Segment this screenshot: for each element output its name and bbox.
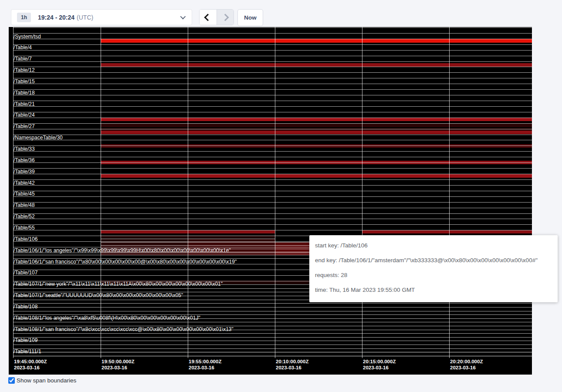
axis-time-label: 20:15:00.000Z: [363, 359, 396, 364]
row-label: /Table/4: [14, 45, 32, 51]
span-boundary-line: [13, 224, 532, 225]
span-boundary-line: [13, 303, 532, 304]
heatmap-band: [101, 118, 532, 121]
row-label: /Table/108: [14, 304, 37, 310]
span-boundary-line: [13, 348, 532, 349]
axis-date-label: 2023-03-16: [102, 365, 127, 370]
chevron-left-icon: [204, 14, 212, 21]
axis-time-label: 20:20:00.000Z: [450, 359, 483, 364]
span-boundary-line: [13, 118, 532, 118]
span-boundary-line: [13, 196, 532, 197]
row-label: /Table/39: [14, 169, 35, 175]
span-boundary-line: [13, 89, 532, 90]
span-boundaries-control: Show span boundaries: [8, 377, 76, 384]
axis-time-label: 19:55:00.000Z: [189, 359, 221, 364]
span-boundary-line: [13, 39, 532, 39]
span-boundary-line: [13, 84, 532, 84]
heatmap-band: [101, 242, 188, 245]
span-boundary-line: [13, 101, 532, 101]
axis-date-label: 2023-03-16: [276, 365, 301, 370]
row-label: /Table/18: [14, 90, 35, 96]
span-boundary-line: [13, 185, 532, 186]
chevron-right-icon: [221, 14, 229, 21]
row-label: /Table/45: [14, 191, 35, 197]
key-visualizer-page: 1h 19:24 - 20:24 (UTC) Now /System/tsd/T…: [0, 0, 562, 392]
row-label: /Table/108/1/"los angeles"/"\xa8\xf5\u00…: [14, 315, 200, 321]
axis-time-label: 19:45:00.000Z: [14, 359, 47, 364]
next-range-button[interactable]: [217, 10, 234, 25]
row-label: /Table/15: [14, 79, 35, 84]
span-boundary-line: [13, 67, 532, 67]
span-boundary-line: [13, 61, 532, 62]
span-boundary-line: [13, 140, 532, 140]
row-label: /Table/108/1/"san francisco"/"\x8c\xcc\x…: [14, 327, 234, 332]
heatmap-band: [101, 174, 532, 178]
time-nav-group: [199, 9, 234, 25]
range-text: 19:24 - 20:24: [38, 14, 74, 21]
heatmap-canvas[interactable]: /System/tsd/Table/4/Table/7/Table/12/Tab…: [9, 27, 532, 375]
row-label: /Table/52: [14, 214, 35, 220]
span-boundary-line: [13, 112, 532, 112]
row-label: /Table/106/1/"los angeles"/"\x99\x99\x99…: [14, 248, 231, 253]
time-range-selector[interactable]: 1h 19:24 - 20:24 (UTC): [11, 9, 192, 25]
row-label: /System/tsd: [14, 34, 41, 40]
range-preset-badge: 1h: [17, 13, 31, 22]
span-boundary-line: [13, 352, 532, 352]
time-gridline: [101, 27, 101, 358]
row-label: /Table/33: [14, 146, 35, 152]
row-label: /Table/12: [14, 68, 35, 73]
show-span-boundaries-label: Show span boundaries: [17, 377, 76, 384]
now-button[interactable]: Now: [237, 9, 263, 26]
span-boundary-line: [13, 95, 532, 95]
time-gridline: [449, 27, 450, 358]
row-label: /Table/107/1/"seattle"/"UUUUUUD\x00\x80\…: [14, 293, 183, 298]
span-boundary-line: [13, 78, 532, 78]
row-label: /Table/109: [14, 338, 37, 343]
span-boundary-line: [13, 307, 532, 308]
chevron-down-icon: [180, 14, 186, 20]
span-boundary-line: [13, 179, 532, 180]
axis-date-label: 2023-03-16: [14, 365, 40, 370]
span-boundary-line: [13, 129, 532, 129]
span-boundary-line: [13, 230, 532, 230]
heatmap-band: [101, 39, 532, 43]
span-boundary-line: [13, 219, 532, 219]
span-boundary-line: [13, 208, 532, 208]
heatmap-band: [101, 63, 532, 67]
time-gridline: [362, 27, 362, 358]
tooltip-end-key: end key: /Table/106/1/"amsterdam"/"\xb33…: [315, 256, 558, 265]
heatmap-band: [188, 242, 275, 245]
span-boundary-line: [13, 322, 532, 322]
tooltip-requests: requests: 28: [315, 270, 558, 280]
row-label: /Table/48: [14, 203, 35, 208]
span-boundary-line: [13, 151, 532, 152]
span-boundary-line: [13, 50, 532, 51]
span-boundary-line: [13, 135, 532, 135]
row-label: /Table/111/1: [14, 349, 41, 355]
span-boundary-line: [13, 27, 532, 28]
row-label: /Table/107/1/"new york"/"\x11\x11\x11\x1…: [14, 281, 223, 287]
heatmap-band: [362, 230, 532, 234]
row-label: /Table/42: [14, 180, 35, 186]
span-boundary-line: [13, 44, 532, 45]
heatmap-band: [101, 123, 532, 127]
span-boundary-line: [13, 56, 532, 56]
show-span-boundaries-checkbox[interactable]: [8, 377, 15, 384]
row-label: /Table/21: [14, 101, 35, 107]
row-label: /Table/106/1/"san francisco"/"\x80\x00\x…: [14, 259, 237, 265]
row-label: /Table/7: [14, 56, 32, 62]
span-boundary-line: [13, 174, 532, 174]
axis-time-label: 20:10:00.000Z: [276, 359, 308, 364]
row-label: /Table/55: [14, 225, 35, 231]
span-boundary-line: [13, 72, 532, 73]
span-boundary-line: [13, 33, 532, 34]
span-boundary-line: [13, 333, 532, 334]
span-boundary-line: [13, 202, 532, 203]
row-label: /Table/106: [14, 237, 37, 242]
heatmap-band: [101, 131, 532, 134]
span-boundary-line: [13, 123, 532, 124]
axis-date-label: 2023-03-16: [189, 365, 214, 370]
prev-range-button[interactable]: [200, 10, 217, 25]
row-label: /NamespaceTable/30: [14, 135, 63, 141]
span-boundary-line: [13, 162, 532, 163]
